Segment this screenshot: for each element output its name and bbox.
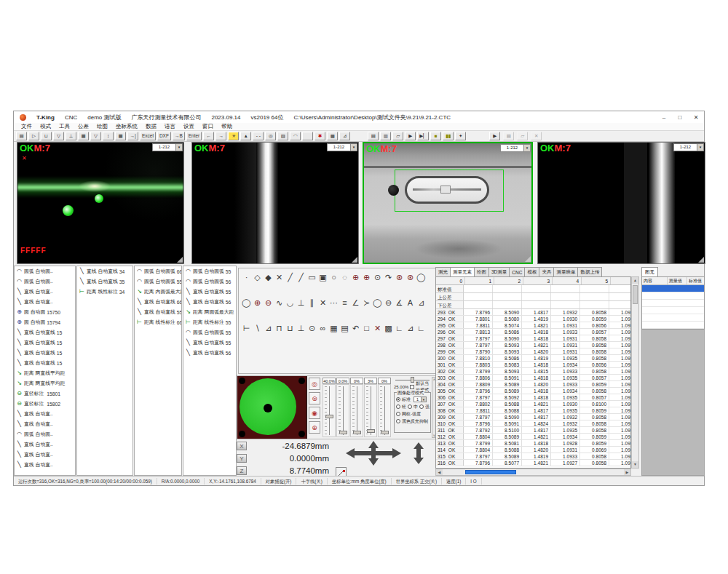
mode-black-radio[interactable] [396,419,400,423]
scroll-up-icon[interactable]: ▲ [632,277,638,284]
mode-strong-radio[interactable] [419,404,424,409]
feature-list-item[interactable]: ↘ 距离 两圆弧最大距 [183,307,236,317]
table-row[interactable]: 300OK 7.8810 8.5086 1.4819 1.0935 0.8058… [436,355,630,362]
toolbar-right-button[interactable]: ▤ [503,132,514,140]
geo-tool-icon[interactable]: ⊙ [307,324,317,333]
geo-tool-icon[interactable]: ◯ [242,298,251,308]
feature-list-item[interactable]: ╲ 直线 自动直线 55 [183,338,236,348]
light-slider-track[interactable] [364,384,377,437]
restore-button[interactable]: □ [672,111,688,123]
feature-list-item[interactable]: ◠ 圆弧 自动圆弧 56 [183,276,236,287]
menu-item[interactable]: 语言 [165,123,175,130]
results-special-row[interactable]: 下公差 [436,301,630,309]
feature-list-item[interactable]: ◠ 圆弧 自动圆弧 55 [183,266,236,276]
toolbar-run-button[interactable]: ▤ [368,132,379,140]
camera-selector[interactable]: 1-212▾ [327,143,357,151]
feature-list-item[interactable]: ╲ 直线 自动直线 35 [77,276,132,287]
feature-list-item[interactable]: ⊢ 距离 线性标注 66 [135,317,181,327]
geo-tool-icon[interactable]: A [405,298,415,308]
chevron-down-icon[interactable]: ▾ [697,144,703,151]
results-tab[interactable]: 数据上传 [577,267,602,276]
mode-level-combobox[interactable]: 1▾ [414,396,427,402]
geo-tool-icon[interactable]: ⊕ [351,273,360,282]
light-slider-track[interactable] [323,384,336,437]
geo-tool-icon[interactable]: ⊥ [296,298,306,308]
chevron-down-icon[interactable]: ▾ [523,145,530,151]
geo-tool-icon[interactable]: ⊛ [405,273,415,282]
toolbar-button[interactable]: ▦ [78,132,89,140]
feature-list-item[interactable]: ╲ 直线 自动直.. [15,439,75,450]
light-slider-thumb[interactable] [339,431,347,434]
menu-item[interactable]: 公差 [78,123,89,130]
scroll-left-icon[interactable]: ◀ [436,469,443,475]
feature-list-item[interactable]: ╲ 直线 自动直.. [15,419,75,429]
toolbar-run-button[interactable]: ▮▮ [443,132,454,140]
geo-tool-icon[interactable]: ∡ [395,298,404,308]
table-row[interactable]: 312OK 7.8804 8.5089 1.4821 1.0934 0.8059… [436,434,630,440]
geo-tool-icon[interactable]: ⊿ [416,298,426,308]
close-button[interactable]: ✕ [688,111,704,123]
table-row[interactable]: 303OK 7.8806 8.5091 1.4818 1.0935 0.8057… [436,375,630,381]
toolbar-button[interactable]: → [215,132,226,140]
geo-tool-icon[interactable]: ✕ [274,273,284,282]
camera-pane-4[interactable]: OKM:7 1-212▾ [537,142,705,264]
toolbar-button[interactable]: ← [203,132,214,140]
geo-tool-icon[interactable]: ∿ [274,298,284,308]
menu-item[interactable]: 文件 [21,123,32,130]
geo-tool-icon[interactable]: ⊿ [264,324,273,333]
table-row[interactable]: 316OK 7.8796 8.5077 1.4821 1.0927 0.8058… [436,460,630,466]
geo-tool-icon[interactable]: ∟ [416,324,426,333]
table-row[interactable]: 307OK 7.8802 8.5088 1.4821 1.0930 0.8100… [436,401,630,407]
feature-list-item[interactable]: ◠ 圆弧 自动圆弧 55 [183,327,236,338]
geo-tool-icon[interactable]: ✕ [318,298,328,308]
camera-pane-3-active[interactable]: OKM:7 1-212▾ [363,142,533,264]
feature-list-item[interactable]: ╲ 直线 自动直线 34 [77,266,132,276]
table-row[interactable]: 293OK 7.8796 8.5090 1.4817 1.0932 0.8058… [436,309,630,316]
table-row[interactable]: 299OK 7.8790 8.5093 1.4820 1.0931 0.8058… [436,348,630,355]
results-special-row[interactable]: 标准值 [436,285,630,293]
resize-handle-icon[interactable] [352,257,357,263]
toolbar-button[interactable]: ◎ [265,132,276,140]
results-horizontal-scrollbar[interactable]: ◀ ▶ [435,469,631,476]
menu-item[interactable]: 工具 [59,123,70,130]
table-row[interactable]: 305OK 7.8796 8.5089 1.4818 1.0934 0.8058… [436,388,630,394]
geo-tool-icon[interactable]: ⊥ [296,324,306,333]
element-row[interactable] [642,314,704,322]
toolbar-run-button[interactable]: ✦ [455,132,466,140]
light-slider-thumb[interactable] [353,431,361,434]
geo-tool-icon[interactable]: ⋯ [329,298,339,308]
camera-selector[interactable]: 1-212▾ [500,144,531,152]
geo-tool-icon[interactable]: ◡ [285,298,295,308]
results-tab[interactable]: 夹具 [539,267,554,276]
table-row[interactable]: 295OK 7.8811 8.5074 1.4821 1.0931 0.8056… [436,322,630,329]
geo-tool-icon[interactable]: ✕ [373,324,382,333]
jog-arrows[interactable] [346,441,433,479]
results-tab[interactable]: 测量映单 [553,267,578,276]
menu-item[interactable]: 模式 [40,123,51,130]
geo-tool-icon[interactable]: ⊖ [264,298,273,308]
geo-tool-icon[interactable]: ▩ [384,324,393,333]
light-slider-thumb[interactable] [367,429,375,433]
menu-item[interactable]: 帮助 [221,123,232,130]
resize-handle-icon[interactable] [525,256,531,262]
geo-tool-icon[interactable]: ◯ [373,298,382,308]
mode-standard-radio[interactable] [396,397,400,402]
element-row-selected[interactable] [642,285,704,292]
results-tab[interactable]: 模板 [524,267,539,276]
element-row[interactable] [642,322,704,329]
geo-tool-icon[interactable]: · [242,273,251,282]
geo-tool-icon[interactable]: ⊿ [405,324,415,333]
menu-item[interactable]: 设置 [183,123,194,130]
toolbar-button[interactable]: ▤ [16,132,27,140]
feature-list-item[interactable]: ╲ 直线 自动直.. [15,409,75,419]
geo-tool-icon[interactable]: ∥ [307,298,317,308]
element-row[interactable] [642,292,704,300]
table-row[interactable]: 298OK 7.8797 8.5093 1.4821 1.0931 0.8058… [436,342,630,348]
results-vertical-scrollbar[interactable]: ▲ ▼ [631,276,639,469]
feature-list-item[interactable]: ⊕ 圆 自动圆 15750 [15,307,75,317]
light-slider-track[interactable] [336,384,349,437]
geo-tool-icon[interactable]: ∖ [253,324,262,333]
toolbar-right-button[interactable]: ▱ [517,132,528,140]
table-row[interactable]: 313OK 7.8799 8.5081 1.4818 1.0928 0.8059… [436,440,630,447]
camera-pane-1[interactable]: OKM:7 ✕ FFFFF 1-212▾ [17,142,184,264]
